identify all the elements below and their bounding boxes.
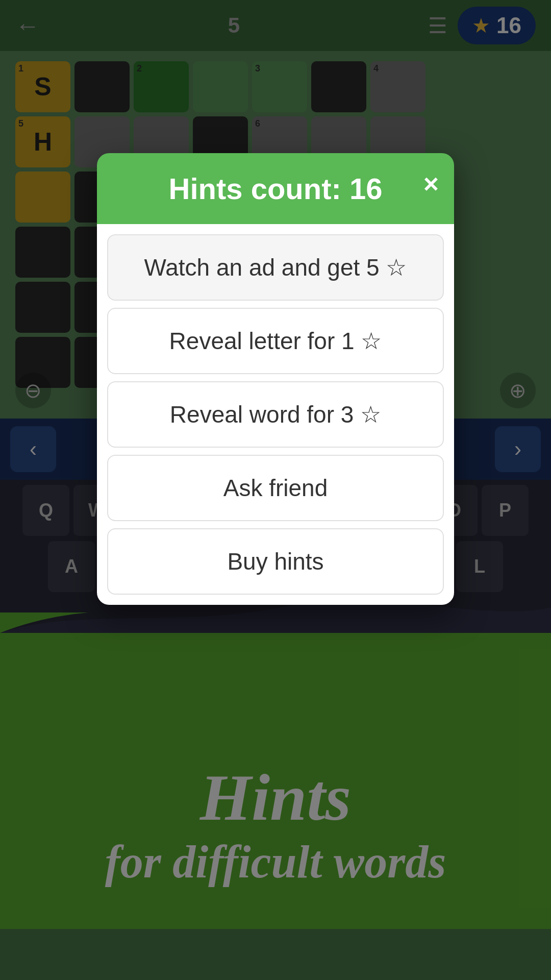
- buy-hints-button[interactable]: Buy hints: [107, 528, 444, 595]
- modal-header: Hints count: 16 ×: [97, 153, 454, 224]
- modal-overlay[interactable]: Hints count: 16 × Watch an ad and get 5 …: [0, 0, 551, 980]
- reveal-word-button[interactable]: Reveal word for 3 ☆: [107, 381, 444, 448]
- modal-title: Hints count: 16: [169, 172, 383, 206]
- modal-close-button[interactable]: ×: [423, 168, 439, 199]
- hints-modal: Hints count: 16 × Watch an ad and get 5 …: [97, 153, 454, 605]
- watch-ad-button[interactable]: Watch an ad and get 5 ☆: [107, 234, 444, 301]
- reveal-letter-button[interactable]: Reveal letter for 1 ☆: [107, 308, 444, 374]
- ask-friend-button[interactable]: Ask friend: [107, 455, 444, 521]
- modal-body: Watch an ad and get 5 ☆ Reveal letter fo…: [97, 224, 454, 605]
